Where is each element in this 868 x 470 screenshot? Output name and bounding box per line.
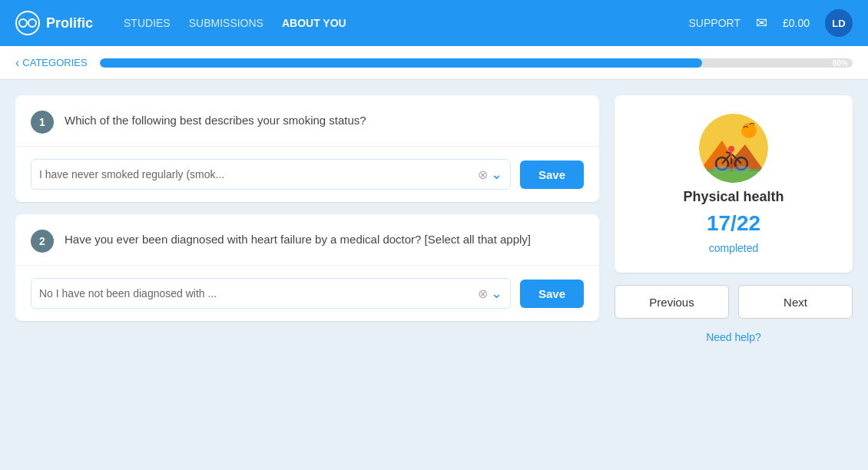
dropdown-1-left: I have never smoked regularly (smok... bbox=[39, 168, 478, 180]
question-2-dropdown[interactable]: No I have not been diagnosed with ... ⊗ … bbox=[31, 278, 511, 309]
svg-rect-7 bbox=[699, 169, 768, 183]
nav-about-you[interactable]: ABOUT YOU bbox=[282, 17, 346, 29]
nav-buttons: Previous Next bbox=[615, 285, 853, 319]
avatar[interactable]: LD bbox=[825, 9, 853, 37]
svg-point-1 bbox=[19, 19, 27, 27]
nav-studies[interactable]: STUDIES bbox=[124, 17, 171, 29]
main-nav: STUDIES SUBMISSIONS ABOUT YOU bbox=[124, 17, 346, 29]
progress-bar-fill bbox=[100, 58, 702, 68]
avatar-initials: LD bbox=[832, 18, 845, 29]
previous-button[interactable]: Previous bbox=[615, 285, 729, 319]
category-image bbox=[699, 114, 768, 183]
question-2-number: 2 bbox=[31, 230, 54, 253]
next-button[interactable]: Next bbox=[738, 285, 853, 319]
header-right: SUPPORT ✉ £0.00 LD bbox=[689, 9, 853, 37]
svg-point-2 bbox=[28, 19, 36, 27]
clear-2-icon[interactable]: ⊗ bbox=[478, 286, 488, 301]
dropdown-2-left: No I have not been diagnosed with ... bbox=[39, 287, 478, 300]
save-button-1[interactable]: Save bbox=[520, 161, 584, 189]
chevron-2-icon: ⌄ bbox=[491, 285, 502, 302]
save-button-2[interactable]: Save bbox=[520, 280, 584, 308]
chevron-1-icon: ⌄ bbox=[491, 166, 502, 183]
question-1-text: Which of the following best describes yo… bbox=[65, 111, 366, 130]
nav-submissions[interactable]: SUBMISSIONS bbox=[189, 17, 263, 29]
header: Prolific STUDIES SUBMISSIONS ABOUT YOU S… bbox=[0, 0, 868, 46]
svg-point-14 bbox=[728, 146, 734, 152]
completed-label: completed bbox=[709, 242, 759, 254]
logo: Prolific bbox=[15, 11, 93, 35]
svg-point-4 bbox=[741, 123, 757, 138]
mail-icon[interactable]: ✉ bbox=[756, 15, 767, 31]
progress-bar-container: 80% bbox=[100, 58, 853, 68]
category-name: Physical health bbox=[683, 189, 784, 205]
questions-panel: 1 Which of the following best describes … bbox=[15, 95, 599, 455]
main-content: 1 Which of the following best describes … bbox=[0, 80, 868, 470]
question-1-answer: I have never smoked regularly (smok... ⊗… bbox=[15, 147, 599, 202]
categories-label: CATEGORIES bbox=[22, 57, 87, 68]
question-1-dropdown[interactable]: I have never smoked regularly (smok... ⊗… bbox=[31, 159, 511, 190]
help-link[interactable]: Need help? bbox=[615, 331, 853, 343]
progress-label: 80% bbox=[833, 58, 848, 67]
question-2-header: 2 Have you ever been diagnosed with hear… bbox=[15, 214, 599, 266]
question-2-text: Have you ever been diagnosed with heart … bbox=[65, 230, 531, 249]
question-1-header: 1 Which of the following best describes … bbox=[15, 95, 599, 147]
prolific-logo-icon bbox=[15, 11, 40, 35]
back-chevron-icon: ‹ bbox=[15, 56, 19, 70]
sub-header: ‹ CATEGORIES 80% bbox=[0, 46, 868, 80]
svg-point-16 bbox=[713, 166, 731, 172]
question-card-1: 1 Which of the following best describes … bbox=[15, 95, 599, 202]
sidebar: Physical health 17/22 completed Previous… bbox=[615, 95, 853, 455]
balance-display: £0.00 bbox=[783, 17, 810, 29]
question-1-number: 1 bbox=[31, 111, 54, 134]
question-card-2: 2 Have you ever been diagnosed with hear… bbox=[15, 214, 599, 321]
question-2-value: No I have not been diagnosed with ... bbox=[39, 287, 217, 300]
progress-count: 17/22 bbox=[707, 211, 760, 236]
question-1-value: I have never smoked regularly (smok... bbox=[39, 168, 224, 180]
support-link[interactable]: SUPPORT bbox=[689, 17, 740, 29]
logo-text: Prolific bbox=[46, 15, 93, 31]
back-button[interactable]: ‹ CATEGORIES bbox=[15, 56, 88, 70]
svg-point-17 bbox=[732, 166, 750, 172]
category-card: Physical health 17/22 completed bbox=[615, 95, 853, 273]
clear-1-icon[interactable]: ⊗ bbox=[478, 167, 488, 182]
question-2-answer: No I have not been diagnosed with ... ⊗ … bbox=[15, 266, 599, 321]
